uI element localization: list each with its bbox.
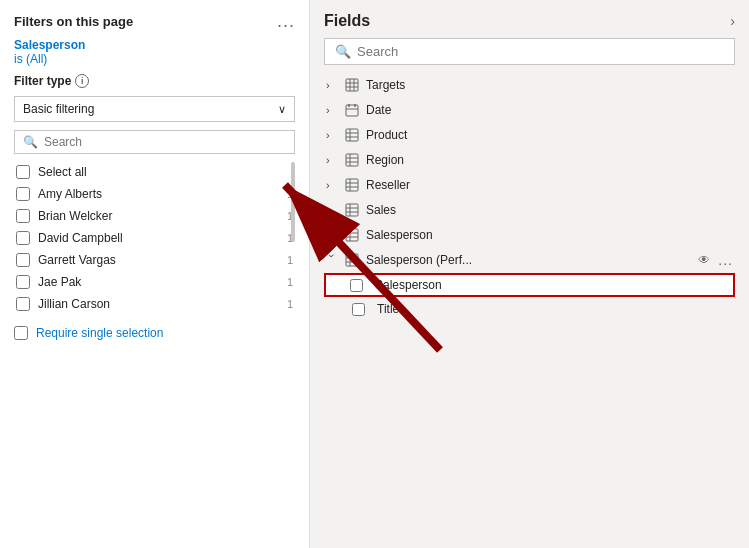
checkbox-david[interactable] (16, 231, 30, 245)
field-item-product[interactable]: › Product (324, 123, 735, 147)
checkbox-label-brian: Brian Welcker (38, 209, 279, 223)
sub-field-salesperson: Salesperson (324, 273, 735, 297)
sub-field-label-title: Title (377, 302, 733, 316)
checkbox-label-david: David Campbell (38, 231, 279, 245)
filter-field-name: Salesperson (14, 38, 295, 52)
table-icon (344, 202, 360, 218)
checkbox-label-amy: Amy Alberts (38, 187, 279, 201)
checkbox-item-jae: Jae Pak 1 (14, 272, 295, 292)
svg-rect-19 (346, 179, 358, 191)
field-item-salesperson[interactable]: › Salesperson (324, 223, 735, 247)
checkbox-brian[interactable] (16, 209, 30, 223)
sub-checkbox-salesperson[interactable] (350, 279, 363, 292)
dropdown-chevron-icon: ∨ (278, 103, 286, 116)
fields-search-input[interactable] (357, 44, 724, 59)
svg-rect-15 (346, 154, 358, 166)
checkbox-count-garrett: 1 (287, 254, 293, 266)
field-label-reseller: Reseller (366, 178, 733, 192)
fields-search-icon: 🔍 (335, 44, 351, 59)
fields-header: Fields › (324, 12, 735, 30)
svg-rect-31 (346, 254, 358, 266)
fields-search-box[interactable]: 🔍 (324, 38, 735, 65)
svg-rect-11 (346, 129, 358, 141)
sub-checkbox-title[interactable] (352, 303, 365, 316)
checkbox-item-david: David Campbell 1 (14, 228, 295, 248)
field-item-reseller[interactable]: › Reseller (324, 173, 735, 197)
checkbox-list: Select all Amy Alberts 1 Brian Welcker 1… (14, 162, 295, 314)
eye-icon[interactable]: 👁 (698, 253, 710, 267)
checkbox-item-brian: Brian Welcker 1 (14, 206, 295, 226)
chevron-icon: › (326, 179, 338, 191)
field-item-sales[interactable]: › Sales (324, 198, 735, 222)
checkbox-item-jillian: Jillian Carson 1 (14, 294, 295, 314)
chevron-icon: › (326, 204, 338, 216)
filter-field-info: Salesperson is (All) (14, 38, 295, 66)
field-item-region[interactable]: › Region (324, 148, 735, 172)
date-icon (344, 102, 360, 118)
chevron-icon: › (326, 154, 338, 166)
field-label-targets: Targets (366, 78, 733, 92)
field-label-date: Date (366, 103, 733, 117)
svg-rect-7 (346, 105, 358, 116)
table-icon (344, 127, 360, 143)
svg-rect-27 (346, 229, 358, 241)
filter-field-value: is (All) (14, 52, 295, 66)
scrollbar[interactable] (291, 162, 295, 242)
filters-panel: Filters on this page ... Salesperson is … (0, 0, 310, 548)
table-icon (344, 152, 360, 168)
more-action-icon[interactable]: ... (718, 252, 733, 268)
sub-field-title: Title (324, 298, 735, 320)
chevron-icon: › (326, 129, 338, 141)
filter-type-value: Basic filtering (23, 102, 94, 116)
fields-title: Fields (324, 12, 370, 30)
chevron-icon: › (326, 229, 338, 241)
panel-header: Filters on this page ... (14, 12, 295, 30)
require-single-container: Require single selection (14, 326, 295, 340)
sub-field-label-salesperson: Salesperson (375, 278, 727, 292)
field-label-salesperson-perf: Salesperson (Perf... (366, 253, 688, 267)
checkbox-jillian[interactable] (16, 297, 30, 311)
field-label-salesperson: Salesperson (366, 228, 733, 242)
chevron-icon: › (326, 79, 338, 91)
checkbox-count-jillian: 1 (287, 298, 293, 310)
filter-type-label: Filter type i (14, 74, 295, 88)
checkbox-label: Select all (38, 165, 293, 179)
checkbox-count-jae: 1 (287, 276, 293, 288)
field-tree: › Targets › (324, 73, 735, 320)
checkbox-jae[interactable] (16, 275, 30, 289)
checkbox-label-jae: Jae Pak (38, 275, 279, 289)
table-icon (344, 227, 360, 243)
panel-title: Filters on this page (14, 14, 133, 29)
chevron-icon: › (326, 104, 338, 116)
require-single-label[interactable]: Require single selection (36, 326, 163, 340)
table-icon (344, 177, 360, 193)
chevron-down-icon: › (326, 254, 338, 266)
table-icon (344, 77, 360, 93)
field-label-region: Region (366, 153, 733, 167)
field-item-targets[interactable]: › Targets (324, 73, 735, 97)
checkbox-select-all[interactable] (16, 165, 30, 179)
search-box[interactable]: 🔍 (14, 130, 295, 154)
checkbox-amy[interactable] (16, 187, 30, 201)
field-label-product: Product (366, 128, 733, 142)
table-icon (344, 252, 360, 268)
svg-rect-23 (346, 204, 358, 216)
checkbox-item-amy: Amy Alberts 1 (14, 184, 295, 204)
checkbox-item-select-all: Select all (14, 162, 295, 182)
checkbox-label-garrett: Garrett Vargas (38, 253, 279, 267)
search-icon: 🔍 (23, 135, 38, 149)
checkbox-garrett[interactable] (16, 253, 30, 267)
filter-type-dropdown[interactable]: Basic filtering ∨ (14, 96, 295, 122)
more-button[interactable]: ... (277, 12, 295, 30)
require-single-checkbox[interactable] (14, 326, 28, 340)
field-label-sales: Sales (366, 203, 733, 217)
fields-expand-icon[interactable]: › (730, 13, 735, 29)
info-icon[interactable]: i (75, 74, 89, 88)
search-input[interactable] (44, 135, 286, 149)
svg-rect-2 (346, 79, 358, 91)
field-item-salesperson-perf[interactable]: › Salesperson (Perf... 👁 ... (324, 248, 735, 272)
fields-panel: Fields › 🔍 › Targets (310, 0, 749, 548)
checkbox-item-garrett: Garrett Vargas 1 (14, 250, 295, 270)
checkbox-label-jillian: Jillian Carson (38, 297, 279, 311)
field-item-date[interactable]: › Date (324, 98, 735, 122)
